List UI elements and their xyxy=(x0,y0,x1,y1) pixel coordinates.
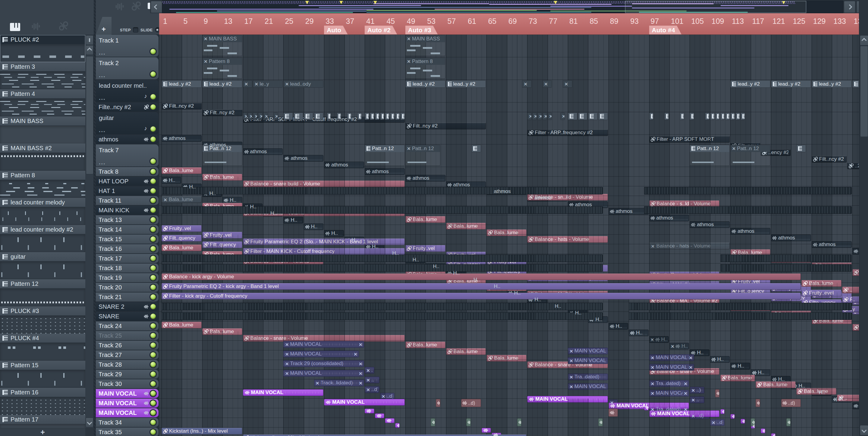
small-audio-clip[interactable] xyxy=(466,418,471,426)
scrollbar-thumb[interactable] xyxy=(860,46,868,137)
vocal-audio-clip[interactable]: MAIN VOCAL xyxy=(649,410,720,417)
muted-vocal-clip[interactable]: ×MAIN VOCAL× xyxy=(649,364,694,371)
audio-stripe-block[interactable] xyxy=(720,264,852,272)
muted-vocal-clip[interactable]: ×.. xyxy=(365,377,379,383)
track-mute-led[interactable] xyxy=(150,285,156,290)
track-mute-led[interactable] xyxy=(150,362,156,367)
track-header[interactable]: athmos xyxy=(96,135,158,144)
pattern-item[interactable]: Pattern 17 xyxy=(0,415,85,428)
pattern-clip[interactable]: ×Pattern 8 xyxy=(405,58,445,79)
track-mute-led[interactable] xyxy=(150,236,156,242)
audio-stripe-block[interactable] xyxy=(161,206,603,214)
pattern-clip[interactable] xyxy=(293,113,303,120)
audio-stripe-block[interactable] xyxy=(161,264,603,272)
track-header[interactable]: Track 20 xyxy=(96,283,158,292)
track-header[interactable]: Track 7... xyxy=(96,144,158,167)
pattern-item[interactable]: Pattern 12 xyxy=(0,279,85,306)
automation-clip[interactable]: Bala..lume xyxy=(161,244,202,251)
pattern-clip[interactable]: × xyxy=(563,80,572,88)
small-audio-clip[interactable] xyxy=(715,389,720,398)
pattern-clip[interactable]: × xyxy=(542,80,552,88)
automation-clip[interactable]: ×Bala..lume xyxy=(161,196,202,203)
muted-vocal-clip[interactable]: ×MAIN VOCAL× xyxy=(283,370,364,377)
pattern-clip[interactable] xyxy=(314,113,324,120)
track-header[interactable]: Track 2... xyxy=(96,57,158,80)
track-mute-led[interactable] xyxy=(150,275,156,281)
audio-stripe-block[interactable] xyxy=(644,187,852,195)
pattern-clip[interactable] xyxy=(380,113,384,120)
pattern-clip[interactable]: × xyxy=(263,113,268,120)
track-header[interactable]: Track 19 xyxy=(96,273,158,283)
pattern-clip[interactable] xyxy=(741,113,745,120)
audio-tab-wave-icon[interactable] xyxy=(34,24,38,28)
pattern-clip[interactable] xyxy=(370,113,374,120)
track-header[interactable]: Track 29 xyxy=(96,370,158,379)
track-mute-led[interactable] xyxy=(150,246,156,252)
automation-clip[interactable]: Filt..quency xyxy=(161,235,202,241)
track-header[interactable]: Track 34 xyxy=(96,418,158,428)
pattern-clip[interactable]: l.. xyxy=(852,80,859,88)
audio-stripe-block[interactable] xyxy=(161,187,603,195)
pattern-clip[interactable]: lead..y #2 xyxy=(771,80,811,88)
muted-vocal-clip[interactable]: ×.. xyxy=(689,397,704,403)
track-header[interactable]: HAT 1 xyxy=(96,186,158,196)
track-mute-led[interactable] xyxy=(150,372,156,377)
pattern-clip[interactable] xyxy=(735,113,740,120)
small-audio-clip[interactable] xyxy=(786,418,791,426)
audio-stripe-block[interactable] xyxy=(161,312,603,320)
track-header[interactable]: Track 24 xyxy=(96,321,158,331)
muted-vocal-clip[interactable]: ×..d) xyxy=(365,386,379,393)
track-mute-led[interactable] xyxy=(150,429,156,435)
pattern-clip[interactable]: × xyxy=(258,113,262,120)
pattern-item[interactable]: lead counter melody #2 xyxy=(0,225,85,252)
pattern-clip[interactable] xyxy=(400,113,405,120)
pattern-clip[interactable] xyxy=(730,113,735,120)
muted-vocal-clip[interactable]: ×MAIN VOCAL× xyxy=(283,351,359,357)
pattern-clip[interactable] xyxy=(568,113,578,120)
automation-clip[interactable]: Kickstart (Insert 32) - Mix level xyxy=(243,435,527,436)
small-audio-clip[interactable] xyxy=(431,418,435,426)
track-header[interactable]: lead counter mel.....♪ xyxy=(96,80,158,103)
automation-clip[interactable]: Fruity..vel xyxy=(161,225,202,232)
playlist-scrollbar[interactable] xyxy=(859,0,868,436)
pattern-clip[interactable] xyxy=(327,113,331,120)
pattern-clip[interactable]: lead..y #2 xyxy=(446,80,486,88)
pattern-clip[interactable] xyxy=(385,113,390,120)
pattern-item[interactable]: Pattern 3 xyxy=(0,62,85,89)
vocal-audio-clip[interactable]: MAIN VOCAL xyxy=(324,399,405,406)
track-header[interactable]: Track 1... xyxy=(96,35,158,57)
track-mute-led[interactable] xyxy=(150,104,156,110)
pattern-clip[interactable] xyxy=(598,113,608,120)
pattern-clip[interactable] xyxy=(710,113,715,120)
small-audio-clip[interactable]: ..d) xyxy=(781,399,801,407)
track-header[interactable]: guitar...♪ xyxy=(96,112,158,135)
track-mute-led[interactable] xyxy=(150,352,156,358)
muted-vocal-clip[interactable]: ×Track 29 (consolidated)× xyxy=(283,360,364,367)
track-mute-led[interactable] xyxy=(150,94,156,99)
pattern-clip[interactable]: × xyxy=(548,113,552,120)
pattern-item[interactable]: Pattern 15 xyxy=(0,360,85,388)
pattern-item[interactable]: PLUCK #3 xyxy=(0,306,85,333)
pattern-clip[interactable]: × xyxy=(560,113,565,120)
pattern-clip[interactable]: lead..y #2 xyxy=(161,80,202,88)
pattern-item[interactable]: Pattern 4 xyxy=(0,89,85,116)
pattern-clip[interactable] xyxy=(357,113,362,120)
small-audio-clip[interactable] xyxy=(517,418,522,426)
step-toggle[interactable] xyxy=(133,27,138,33)
track-header[interactable]: SNARE xyxy=(96,312,158,321)
scroll-right-button[interactable] xyxy=(844,1,855,13)
track-mute-led[interactable] xyxy=(150,304,156,309)
track-mute-led[interactable] xyxy=(150,400,156,406)
pattern-clip[interactable]: × xyxy=(522,80,532,88)
track-mute-led[interactable] xyxy=(150,49,156,54)
track-mute-led[interactable] xyxy=(150,333,156,338)
track-mute-led[interactable] xyxy=(150,217,156,223)
pattern-clip[interactable]: ×Patt..n 12 xyxy=(730,145,770,166)
track-header[interactable]: MAIN VOCAL xyxy=(96,399,158,408)
pattern-list-scrollbar[interactable] xyxy=(85,35,94,428)
song-minimap[interactable] xyxy=(162,1,843,13)
track-header[interactable]: Track 26 xyxy=(96,341,158,350)
audio-stripe-block[interactable] xyxy=(629,312,851,320)
slide-tool-link-icon[interactable] xyxy=(134,4,138,8)
pattern-clip[interactable] xyxy=(725,113,730,120)
